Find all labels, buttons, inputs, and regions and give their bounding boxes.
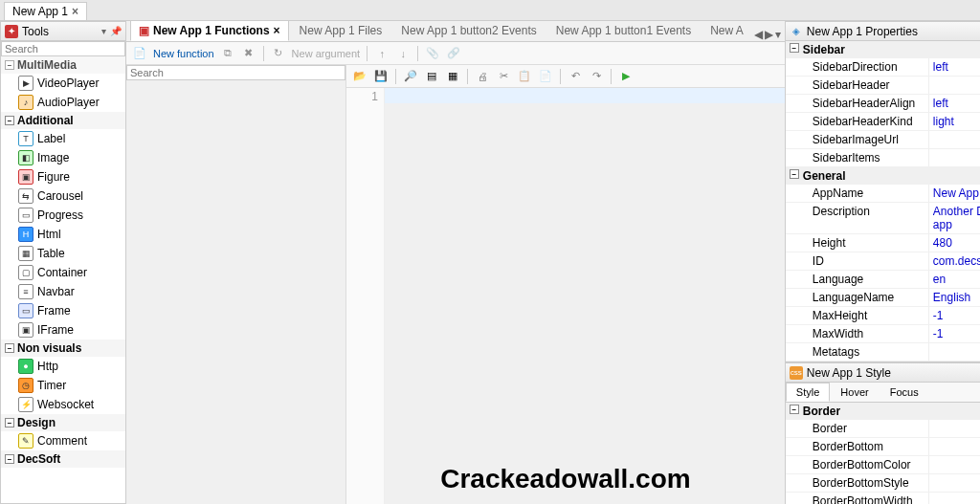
property-group[interactable]: −General bbox=[786, 167, 980, 185]
style-tab[interactable]: Hover bbox=[830, 383, 879, 402]
tools-item[interactable]: ✎Comment bbox=[1, 431, 125, 450]
tab-next-icon[interactable]: ▶ bbox=[765, 28, 773, 41]
print-icon[interactable]: 🖨 bbox=[473, 67, 492, 86]
property-row[interactable]: SidebarDirectionleft bbox=[786, 58, 980, 77]
new-function-label[interactable]: New function bbox=[151, 48, 216, 59]
tools-item[interactable]: ▦Table bbox=[1, 244, 125, 263]
close-icon[interactable]: × bbox=[72, 5, 78, 18]
tools-item[interactable]: ⇆Carousel bbox=[1, 186, 125, 206]
property-value[interactable]: left bbox=[929, 58, 980, 76]
attach-icon[interactable]: 📎 bbox=[423, 44, 442, 63]
style-row[interactable]: BorderBottomWidth bbox=[786, 493, 980, 504]
replace-icon[interactable]: ▤ bbox=[422, 67, 441, 86]
style-value[interactable] bbox=[929, 474, 980, 492]
property-value[interactable]: light bbox=[929, 113, 980, 130]
tools-category[interactable]: −MultiMedia bbox=[1, 56, 125, 74]
style-value[interactable] bbox=[929, 420, 980, 437]
tools-item[interactable]: ▭Progress bbox=[1, 206, 125, 225]
run-icon[interactable]: ▶ bbox=[616, 67, 635, 86]
tools-item[interactable]: TLabel bbox=[1, 129, 125, 148]
tools-item[interactable]: HHtml bbox=[1, 225, 125, 244]
property-value[interactable]: left bbox=[929, 95, 980, 112]
property-row[interactable]: IDcom.decsoft.appbuilder bbox=[786, 252, 980, 271]
tools-item[interactable]: ◷Timer bbox=[1, 376, 125, 395]
style-group[interactable]: −Border bbox=[786, 403, 980, 420]
style-row[interactable]: BorderBottomColor bbox=[786, 456, 980, 474]
find-icon[interactable]: 🔎 bbox=[401, 67, 420, 86]
file-tab[interactable]: New App 1 button2 Events bbox=[392, 21, 545, 41]
tools-category[interactable]: −DecSoft bbox=[1, 450, 125, 468]
file-tab[interactable]: New App 1 button1 Events bbox=[547, 21, 700, 41]
property-row[interactable]: AppNameNew App 1 bbox=[786, 185, 980, 203]
new-arg-icon[interactable]: ↻ bbox=[269, 44, 288, 63]
tab-prev-icon[interactable]: ◀ bbox=[754, 28, 763, 41]
open-icon[interactable]: 📂 bbox=[350, 67, 369, 86]
tools-category[interactable]: −Design bbox=[1, 414, 125, 431]
property-row[interactable]: LanguageNameEnglish bbox=[786, 289, 980, 307]
tools-item[interactable]: ▭Frame bbox=[1, 301, 125, 320]
property-value[interactable] bbox=[929, 343, 980, 361]
property-row[interactable]: DescriptionAnother DecSoft App Builder a… bbox=[786, 203, 980, 234]
delete-fn-icon[interactable]: ✖ bbox=[239, 44, 258, 63]
expand-icon[interactable]: − bbox=[5, 343, 14, 353]
collapse-icon[interactable]: − bbox=[790, 169, 799, 179]
redo-icon[interactable]: ↷ bbox=[587, 67, 606, 86]
style-grid[interactable]: −BorderBorderBorderBottomBorderBottomCol… bbox=[786, 403, 980, 504]
tools-item[interactable]: ▣IFrame bbox=[1, 320, 125, 340]
property-value[interactable] bbox=[929, 131, 980, 148]
chevron-down-icon[interactable]: ▾ bbox=[101, 26, 106, 36]
tools-item[interactable]: ▶VideoPlayer bbox=[1, 74, 125, 93]
tools-category[interactable]: −Non visuals bbox=[1, 340, 125, 357]
copy-icon[interactable]: 📋 bbox=[515, 67, 534, 86]
property-row[interactable]: SidebarHeader bbox=[786, 77, 980, 95]
style-tab[interactable]: Style bbox=[786, 383, 830, 402]
style-row[interactable]: BorderBottom bbox=[786, 438, 980, 456]
code-editor[interactable]: 📂 💾 🔎 ▤ ▦ 🖨 ✂ 📋 📄 ↶ ↷ ▶ bbox=[346, 65, 785, 504]
editor-search-input[interactable] bbox=[126, 65, 345, 80]
paste-icon[interactable]: 📄 bbox=[536, 67, 555, 86]
tools-item[interactable]: ◧Image bbox=[1, 148, 125, 167]
property-row[interactable]: MaxWidth-1 bbox=[786, 325, 980, 343]
property-value[interactable]: com.decsoft.appbuilder bbox=[929, 252, 980, 270]
style-value[interactable] bbox=[929, 438, 980, 455]
expand-icon[interactable]: − bbox=[5, 454, 14, 464]
new-function-icon[interactable]: 📄 bbox=[130, 44, 149, 63]
properties-grid[interactable]: −SidebarSidebarDirectionleftSidebarHeade… bbox=[786, 41, 980, 362]
close-icon[interactable]: × bbox=[274, 24, 280, 37]
collapse-icon[interactable]: − bbox=[790, 43, 799, 53]
tools-item[interactable]: ⚡Websocket bbox=[1, 395, 125, 414]
property-row[interactable]: Languageen bbox=[786, 271, 980, 289]
tools-item[interactable]: ▢Container bbox=[1, 263, 125, 282]
expand-icon[interactable]: − bbox=[5, 418, 14, 427]
property-value[interactable]: New App 1 bbox=[929, 185, 980, 202]
property-value[interactable] bbox=[929, 77, 980, 94]
expand-icon[interactable]: − bbox=[5, 116, 14, 125]
style-tab[interactable]: Focus bbox=[880, 383, 929, 402]
style-row[interactable]: BorderBottomStyle bbox=[786, 474, 980, 493]
property-value[interactable]: -1 bbox=[929, 325, 980, 342]
link-icon[interactable]: 🔗 bbox=[444, 44, 463, 63]
copy-fn-icon[interactable]: ⧉ bbox=[218, 44, 237, 63]
move-down-icon[interactable]: ↓ bbox=[393, 44, 412, 63]
tools-item[interactable]: ♪AudioPlayer bbox=[1, 93, 125, 112]
grid-icon[interactable]: ▦ bbox=[443, 67, 462, 86]
property-value[interactable]: English bbox=[929, 289, 980, 306]
property-value[interactable]: Another DecSoft App Builder app bbox=[929, 203, 980, 233]
property-value[interactable]: 480 bbox=[929, 234, 980, 252]
tools-item[interactable]: ●Http bbox=[1, 357, 125, 376]
cut-icon[interactable]: ✂ bbox=[494, 67, 513, 86]
property-row[interactable]: SidebarItems bbox=[786, 149, 980, 167]
property-value[interactable]: -1 bbox=[929, 307, 980, 324]
app-tab[interactable]: New App 1 × bbox=[4, 2, 87, 20]
tools-item[interactable]: ≡Navbar bbox=[1, 282, 125, 301]
property-group[interactable]: −Sidebar bbox=[786, 41, 980, 58]
tools-category[interactable]: −Additional bbox=[1, 112, 125, 129]
style-value[interactable] bbox=[929, 493, 980, 504]
pin-icon[interactable]: 📌 bbox=[110, 26, 122, 36]
property-value[interactable] bbox=[929, 149, 980, 166]
file-tab[interactable]: New A bbox=[702, 21, 752, 41]
tools-search-input[interactable] bbox=[1, 41, 125, 56]
file-tab[interactable]: ▣New App 1 Functions× bbox=[130, 21, 289, 41]
file-tab[interactable]: New App 1 Files bbox=[291, 21, 391, 41]
property-row[interactable]: SidebarHeaderKindlight bbox=[786, 113, 980, 131]
